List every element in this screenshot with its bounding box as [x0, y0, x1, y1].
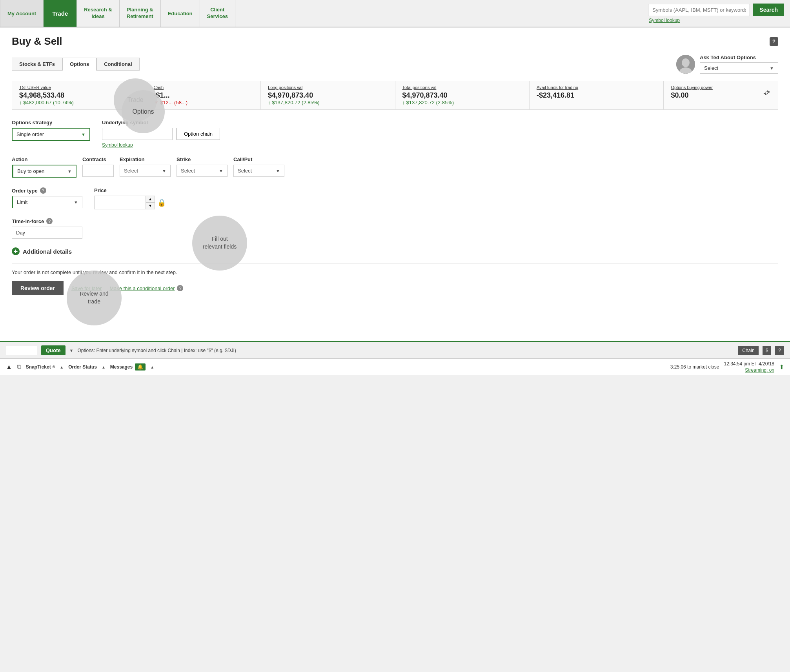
avail-value: -$23,416.81: [537, 91, 656, 100]
order-type-select[interactable]: Limit ▼: [12, 196, 82, 208]
bottombar-help-button[interactable]: ?: [775, 346, 784, 355]
conditional-help-icon[interactable]: ?: [177, 285, 183, 291]
action-chevron: ▼: [67, 169, 72, 174]
quote-button[interactable]: Quote: [41, 345, 66, 355]
price-input[interactable]: [95, 196, 146, 209]
svg-point-1: [682, 58, 690, 67]
nav-research-ideas[interactable]: Research & Ideas: [77, 0, 120, 27]
quote-bar-instructions: Options: Enter underlying symbol and cli…: [77, 348, 734, 353]
total-change: ↑ $137,820.72 (2.85%): [402, 100, 522, 105]
contracts-input[interactable]: [82, 165, 114, 177]
nav-my-account[interactable]: My Account: [0, 0, 44, 27]
save-later-link[interactable]: Save for later: [71, 285, 102, 291]
nav-trade[interactable]: Trade: [44, 0, 77, 27]
tif-group: Time-in-force ? Day: [12, 218, 778, 239]
order-status-chevron[interactable]: ▲: [102, 365, 106, 369]
page-help-icon[interactable]: ?: [770, 37, 778, 46]
price-down-spinner[interactable]: ▼: [146, 203, 155, 209]
call-put-group: Call/Put Select ▼: [233, 156, 284, 177]
additional-details-toggle[interactable]: + Additional details: [12, 247, 778, 255]
dollar-button[interactable]: $: [763, 346, 772, 355]
conditional-order-row: Make this a conditional order ?: [109, 285, 183, 291]
nav-planning-label: Planning & Retirement: [127, 7, 153, 20]
price-up-spinner[interactable]: ▲: [146, 196, 155, 203]
account-avail: Avail funds for trading -$23,416.81: [530, 81, 664, 109]
long-change: ↑ $137,820.72 (2.85%): [268, 100, 388, 105]
messages-chevron[interactable]: ▲: [150, 365, 154, 369]
options-strategy-group: Options strategy Single order ▼: [12, 120, 90, 141]
settings-gear-icon[interactable]: [762, 85, 771, 105]
symbol-lookup-link[interactable]: Symbol lookup: [102, 142, 220, 148]
action-select[interactable]: Buy to open ▼: [12, 165, 76, 178]
options-strategy-label: Options strategy: [12, 120, 90, 125]
chain-button[interactable]: Chain: [738, 346, 758, 355]
ted-avatar: [676, 55, 695, 74]
nav-my-account-label: My Account: [7, 11, 36, 16]
market-close-text: 3:25:06 to market close: [670, 364, 719, 370]
tabs-container: Stocks & ETFs Options Conditional: [12, 58, 140, 71]
order-price-row: Order type ? Limit ▼ Price ▲ ▼: [12, 187, 778, 209]
conditional-order-link[interactable]: Make this a conditional order: [109, 285, 175, 291]
quote-symbol-input[interactable]: [6, 346, 37, 355]
review-order-button[interactable]: Review order: [12, 281, 64, 295]
streaming-link[interactable]: Streaming: on: [745, 367, 774, 373]
order-status-label[interactable]: Order Status: [68, 364, 97, 370]
options-strategy-select[interactable]: Single order ▼: [12, 128, 90, 141]
call-put-chevron: ▼: [276, 169, 280, 173]
search-button[interactable]: Search: [753, 4, 784, 16]
ask-ted-widget: Ask Ted About Options Select ▼: [676, 54, 778, 74]
bottom-actions: Review order Save for later Make this a …: [12, 281, 778, 295]
tab-stocks-etfs[interactable]: Stocks & ETFs: [12, 58, 62, 71]
order-type-help-icon[interactable]: ?: [40, 187, 46, 194]
snapticket-chevron[interactable]: ▲: [60, 365, 64, 369]
price-spinners: ▲ ▼: [146, 196, 155, 209]
expiration-select[interactable]: Select ▼: [120, 165, 171, 177]
search-input[interactable]: [648, 4, 750, 16]
nav-client-services[interactable]: Client Services: [200, 0, 236, 27]
expiration-group: Expiration Select ▼: [120, 156, 171, 177]
action-label: Action: [12, 156, 76, 162]
call-put-select[interactable]: Select ▼: [233, 165, 284, 177]
status-bar: ▲ ⧉ SnapTicket® ▲ Order Status ▲ Message…: [0, 358, 790, 375]
expiration-label: Expiration: [120, 156, 171, 162]
long-label: Long positions val: [268, 85, 388, 90]
call-put-label: Call/Put: [233, 156, 284, 162]
time-info: 12:34:54 pm ET 4/20/18 Streaming: on: [724, 361, 774, 373]
symbol-lookup-link[interactable]: Symbol lookup: [648, 18, 784, 23]
quote-chevron-icon[interactable]: ▼: [69, 348, 74, 353]
nav-trade-label: Trade: [52, 10, 68, 17]
long-value: $4,970,873.40: [268, 91, 388, 100]
tooltip-review-trade: Review and trade: [67, 271, 122, 325]
strike-select[interactable]: Select ▼: [177, 165, 228, 177]
account-summary: TSTUSER value $4,968,533.48 ↑ $482,000.6…: [12, 81, 778, 110]
nav-client-label: Client Services: [207, 7, 228, 20]
tif-select[interactable]: Day: [12, 227, 82, 239]
nav-education-label: Education: [168, 11, 193, 16]
option-chain-button[interactable]: Option chain: [177, 128, 220, 140]
search-button-label: Search: [759, 7, 778, 13]
ask-ted-select[interactable]: Select ▼: [700, 62, 778, 74]
review-note: Your order is not complete until you rev…: [12, 269, 778, 275]
account-options: Options buying power $0.00: [664, 81, 778, 109]
messages-group: Messages 🔔: [110, 363, 146, 371]
cash-value: -$1...: [153, 91, 253, 100]
price-group: Price ▲ ▼ 🔒: [94, 187, 166, 209]
order-type-group: Order type ? Limit ▼: [12, 187, 82, 208]
snapticket-label[interactable]: SnapTicket®: [26, 364, 55, 370]
tab-conditional[interactable]: Conditional: [96, 58, 140, 71]
tif-help-icon[interactable]: ?: [46, 218, 53, 224]
divider: [12, 263, 778, 263]
tab-options[interactable]: Options: [62, 58, 96, 71]
ask-ted-label: Ask Ted About Options: [700, 54, 778, 60]
messages-bell-icon: 🔔: [135, 363, 146, 371]
ask-ted-chevron: ▼: [770, 66, 774, 71]
tstuser-label: TSTUSER value: [19, 85, 139, 90]
copy-icon[interactable]: ⧉: [17, 363, 21, 371]
contracts-group: Contracts: [82, 156, 114, 177]
account-long: Long positions val $4,970,873.40 ↑ $137,…: [261, 81, 395, 109]
contracts-label: Contracts: [82, 156, 114, 162]
nav-education[interactable]: Education: [161, 0, 200, 27]
underlying-symbol-input[interactable]: [102, 128, 173, 140]
collapse-up-icon[interactable]: ▲: [6, 363, 12, 371]
nav-planning[interactable]: Planning & Retirement: [120, 0, 161, 27]
